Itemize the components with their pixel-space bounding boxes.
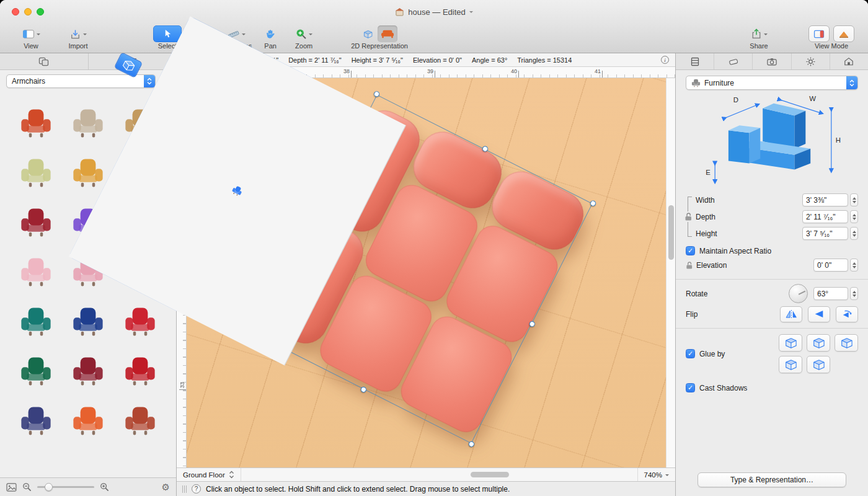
- library-chair-red-white-frame-armchair[interactable]: [114, 297, 166, 347]
- horizontal-scrollbar[interactable]: [241, 468, 637, 481]
- width-dim-label: W: [809, 95, 816, 102]
- zoom-level-control[interactable]: 740%: [637, 468, 675, 481]
- glue-wall-front-button[interactable]: [807, 356, 830, 373]
- library-chair-navy-tub-armchair[interactable]: [62, 297, 114, 347]
- glue-options: [779, 334, 858, 373]
- flip-horizontal-icon: [785, 309, 798, 319]
- tab-house[interactable]: [830, 53, 868, 69]
- height-field[interactable]: 3' 7 ⁵⁄₁₆": [802, 227, 848, 240]
- 2d-sofa-toggle[interactable]: [378, 25, 397, 42]
- section-divider: [676, 279, 868, 280]
- tab-building-properties[interactable]: [676, 53, 714, 69]
- tab-materials[interactable]: [714, 53, 753, 69]
- tab-materials-library[interactable]: [0, 53, 89, 69]
- tab-light[interactable]: [792, 53, 830, 69]
- canvas-bottom-bar: Ground Floor 740%: [177, 467, 675, 481]
- chevron-down-icon: [83, 33, 87, 37]
- info-icon[interactable]: i: [661, 56, 669, 64]
- vertical-scrollbar-thumb[interactable]: [668, 205, 674, 260]
- floor-selector[interactable]: Ground Floor: [177, 468, 241, 481]
- zoom-out-icon[interactable]: [22, 482, 32, 492]
- flip-vertical-button[interactable]: [808, 306, 830, 322]
- status-hint-text: Click an object to select. Hold Shift an…: [206, 485, 510, 494]
- armchair-icon: [230, 184, 244, 198]
- floor-stepper-icon[interactable]: [229, 471, 234, 479]
- glue-floor-button[interactable]: [779, 334, 802, 352]
- thumbnail-view-icon[interactable]: [6, 483, 17, 492]
- depth-stepper[interactable]: [850, 210, 858, 223]
- glue-ceiling-button[interactable]: [807, 334, 830, 352]
- maintain-aspect-checkbox[interactable]: ✓: [686, 246, 695, 255]
- slider-knob[interactable]: [45, 483, 53, 491]
- minimize-window-button[interactable]: [24, 8, 32, 16]
- info-height: Height = 3' 7 ⁵⁄₁₆": [352, 56, 403, 64]
- title-dropdown-icon[interactable]: [469, 11, 473, 15]
- library-chair-pink-metal-frame-armchair[interactable]: [10, 247, 62, 297]
- zoom-plus-icon: [295, 28, 307, 40]
- library-chair-red-armchair[interactable]: [114, 347, 166, 396]
- library-chair-green-modern-armchair[interactable]: [10, 347, 62, 396]
- gear-icon[interactable]: ⚙: [162, 482, 170, 492]
- library-chair-orange-sculpted-armchair[interactable]: [10, 99, 62, 148]
- library-chair-dark-red-club-armchair[interactable]: [10, 198, 62, 247]
- vertical-scrollbar[interactable]: [666, 78, 675, 467]
- chevron-down-icon: [242, 33, 246, 37]
- glue-wall-back-button[interactable]: [835, 334, 858, 352]
- flip-depth-button[interactable]: [836, 306, 858, 322]
- view-button[interactable]: View: [16, 25, 46, 50]
- pan-hand-icon: [265, 29, 276, 40]
- zoom-tool-button[interactable]: Zoom: [289, 25, 319, 50]
- horizontal-scrollbar-thumb[interactable]: [471, 472, 509, 477]
- angle-field[interactable]: 63°: [813, 287, 848, 300]
- maintain-aspect-label: Maintain Aspect Ratio: [699, 247, 771, 255]
- representation-button[interactable]: 2D Representation: [351, 25, 408, 50]
- dimension-diagram: D W H E: [700, 92, 844, 190]
- type-representation-button[interactable]: Type & Representation…: [698, 472, 846, 487]
- library-chair-rust-armchair[interactable]: [114, 396, 166, 446]
- close-window-button[interactable]: [12, 8, 19, 16]
- elevation-stepper[interactable]: [850, 259, 858, 272]
- library-filter-row: Armchairs: [0, 70, 176, 92]
- view-mode-3d-button[interactable]: [833, 25, 854, 42]
- import-button[interactable]: Import: [63, 25, 93, 50]
- zoom-window-button[interactable]: [37, 8, 44, 16]
- help-icon[interactable]: ?: [192, 484, 201, 494]
- ruler-mark: 39: [427, 68, 433, 74]
- library-chair-maroon-armchair[interactable]: [62, 347, 114, 396]
- width-stepper[interactable]: [850, 193, 858, 206]
- glue-by-checkbox[interactable]: ✓: [686, 349, 695, 358]
- view-mode-elevation-button[interactable]: [808, 25, 830, 42]
- rotate-dial[interactable]: [789, 284, 808, 303]
- sofa-icon: [381, 29, 394, 38]
- library-chair-orange-swivel-armchair[interactable]: [62, 396, 114, 446]
- width-field[interactable]: 3' 3⅜": [802, 193, 848, 206]
- share-button[interactable]: Share: [744, 25, 774, 50]
- cast-shadows-row: ✓ Cast Shadows: [686, 383, 858, 392]
- object-type-select[interactable]: Furniture: [686, 76, 858, 90]
- armchair-icon: [19, 356, 53, 387]
- inspector-body: Furniture: [676, 70, 868, 496]
- dimensions-lock-icon[interactable]: [684, 211, 693, 222]
- thumbnail-size-slider[interactable]: [37, 486, 94, 488]
- library-chair-teal-tub-armchair[interactable]: [10, 297, 62, 347]
- resize-handle[interactable]: [467, 440, 475, 448]
- library-chair-beige-plush-armchair[interactable]: [62, 99, 114, 148]
- glue-wall-right-button[interactable]: [779, 356, 802, 373]
- cast-shadows-checkbox[interactable]: ✓: [686, 383, 695, 392]
- angle-stepper[interactable]: [850, 287, 858, 300]
- library-chair-navy-swivel-armchair[interactable]: [10, 396, 62, 446]
- elevation-lock-icon[interactable]: [686, 261, 693, 270]
- chevron-down-icon: [665, 474, 669, 478]
- elevation-field[interactable]: 0' 0": [813, 259, 848, 272]
- window-title: house — Edited: [408, 7, 466, 17]
- tab-camera[interactable]: [753, 53, 791, 69]
- flip-horizontal-button[interactable]: [780, 306, 802, 322]
- zoom-in-icon[interactable]: [100, 482, 109, 492]
- library-chair-pale-green-armchair[interactable]: [10, 148, 62, 198]
- depth-field[interactable]: 2' 11 ⁷⁄₁₆": [802, 210, 848, 223]
- height-stepper[interactable]: [850, 227, 858, 240]
- drag-grip-icon[interactable]: [182, 485, 187, 493]
- pan-tool-button[interactable]: Pan: [255, 25, 285, 50]
- height-dim-label: H: [836, 136, 841, 144]
- info-angle: Angle = 63°: [472, 56, 507, 64]
